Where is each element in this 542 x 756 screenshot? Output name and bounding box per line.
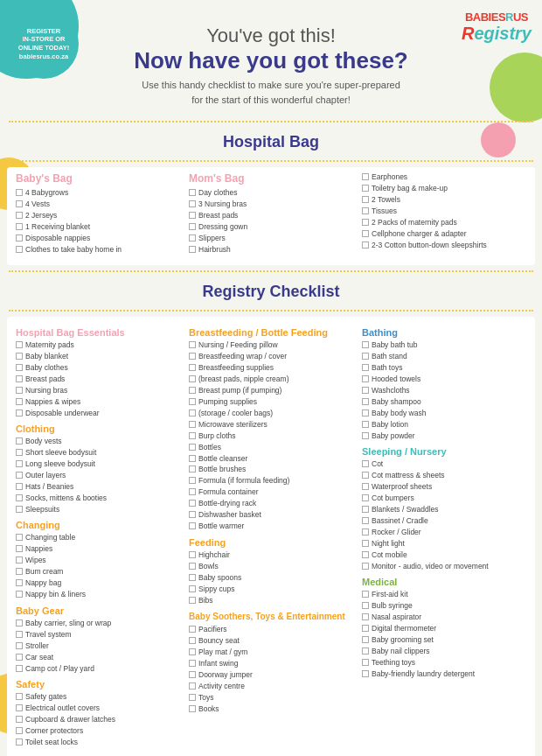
checkbox[interactable] — [16, 494, 23, 501]
checkbox[interactable] — [362, 506, 369, 513]
checkbox[interactable] — [362, 591, 369, 598]
checkbox[interactable] — [16, 223, 23, 230]
checkbox[interactable] — [16, 727, 23, 734]
checkbox[interactable] — [362, 242, 369, 248]
checkbox[interactable] — [362, 432, 369, 439]
checkbox[interactable] — [189, 341, 196, 348]
checkbox[interactable] — [362, 353, 369, 360]
checkbox[interactable] — [362, 625, 369, 632]
checkbox[interactable] — [362, 207, 369, 214]
checkbox[interactable] — [189, 682, 196, 690]
checkbox[interactable] — [362, 472, 369, 479]
checkbox[interactable] — [16, 545, 23, 552]
checkbox[interactable] — [362, 551, 369, 558]
checkbox[interactable] — [16, 704, 23, 711]
checkbox[interactable] — [362, 173, 369, 180]
checkbox[interactable] — [189, 189, 196, 196]
checkbox[interactable] — [189, 522, 196, 529]
checkbox[interactable] — [16, 460, 23, 467]
checkbox[interactable] — [362, 185, 369, 192]
checkbox[interactable] — [16, 738, 23, 746]
checkbox[interactable] — [362, 517, 369, 524]
checkbox[interactable] — [189, 223, 196, 230]
checkbox[interactable] — [362, 494, 369, 501]
checkbox[interactable] — [16, 642, 23, 649]
checkbox[interactable] — [362, 563, 369, 570]
checkbox[interactable] — [16, 631, 23, 638]
checkbox[interactable] — [362, 230, 369, 237]
checkbox[interactable] — [362, 602, 369, 609]
checkbox[interactable] — [189, 488, 196, 495]
checkbox[interactable] — [16, 246, 23, 253]
checkbox[interactable] — [16, 506, 23, 513]
checkbox[interactable] — [362, 219, 369, 226]
checkbox[interactable] — [189, 671, 196, 678]
checkbox[interactable] — [362, 387, 369, 394]
checkbox[interactable] — [189, 398, 196, 405]
checkbox[interactable] — [189, 200, 196, 207]
checkbox[interactable] — [189, 421, 196, 428]
checkbox[interactable] — [189, 410, 196, 416]
checkbox[interactable] — [189, 694, 196, 701]
checkbox[interactable] — [189, 597, 196, 604]
checkbox[interactable] — [362, 659, 369, 666]
checkbox[interactable] — [16, 212, 23, 219]
checkbox[interactable] — [16, 693, 23, 700]
checkbox[interactable] — [189, 375, 196, 382]
checkbox[interactable] — [16, 620, 23, 626]
checkbox[interactable] — [16, 438, 23, 444]
checkbox[interactable] — [189, 432, 196, 439]
checkbox[interactable] — [189, 455, 196, 462]
checkbox[interactable] — [16, 341, 23, 348]
checkbox[interactable] — [16, 200, 23, 207]
checkbox[interactable] — [362, 483, 369, 490]
checkbox[interactable] — [16, 398, 23, 405]
checkbox[interactable] — [189, 563, 196, 570]
checkbox[interactable] — [189, 212, 196, 219]
checkbox[interactable] — [189, 246, 196, 253]
checkbox[interactable] — [189, 234, 196, 242]
checkbox[interactable] — [362, 410, 369, 416]
checkbox[interactable] — [16, 483, 23, 490]
checkbox[interactable] — [16, 449, 23, 456]
checkbox[interactable] — [16, 579, 23, 586]
checkbox[interactable] — [362, 341, 369, 348]
checkbox[interactable] — [189, 637, 196, 644]
checkbox[interactable] — [16, 189, 23, 196]
checkbox[interactable] — [16, 716, 23, 723]
checkbox[interactable] — [362, 636, 369, 643]
checkbox[interactable] — [362, 364, 369, 371]
checkbox[interactable] — [362, 421, 369, 428]
checkbox[interactable] — [16, 387, 23, 394]
checkbox[interactable] — [189, 511, 196, 518]
checkbox[interactable] — [189, 387, 196, 394]
checkbox[interactable] — [189, 466, 196, 472]
checkbox[interactable] — [362, 398, 369, 405]
checkbox[interactable] — [16, 568, 23, 575]
checkbox[interactable] — [189, 551, 196, 558]
checkbox[interactable] — [16, 410, 23, 416]
checkbox[interactable] — [16, 364, 23, 371]
checkbox[interactable] — [16, 654, 23, 661]
checkbox[interactable] — [362, 375, 369, 382]
checkbox[interactable] — [362, 196, 369, 203]
checkbox[interactable] — [189, 444, 196, 451]
checkbox[interactable] — [189, 574, 196, 581]
checkbox[interactable] — [189, 705, 196, 712]
checkbox[interactable] — [16, 665, 23, 672]
checkbox[interactable] — [16, 353, 23, 360]
checkbox[interactable] — [189, 648, 196, 655]
checkbox[interactable] — [362, 528, 369, 536]
checkbox[interactable] — [189, 660, 196, 667]
checkbox[interactable] — [16, 375, 23, 382]
checkbox[interactable] — [189, 353, 196, 360]
checkbox[interactable] — [362, 670, 369, 677]
checkbox[interactable] — [362, 613, 369, 620]
checkbox[interactable] — [189, 626, 196, 633]
checkbox[interactable] — [189, 500, 196, 507]
checkbox[interactable] — [362, 648, 369, 654]
checkbox[interactable] — [16, 591, 23, 598]
checkbox[interactable] — [189, 364, 196, 371]
checkbox[interactable] — [16, 556, 23, 564]
checkbox[interactable] — [16, 534, 23, 541]
